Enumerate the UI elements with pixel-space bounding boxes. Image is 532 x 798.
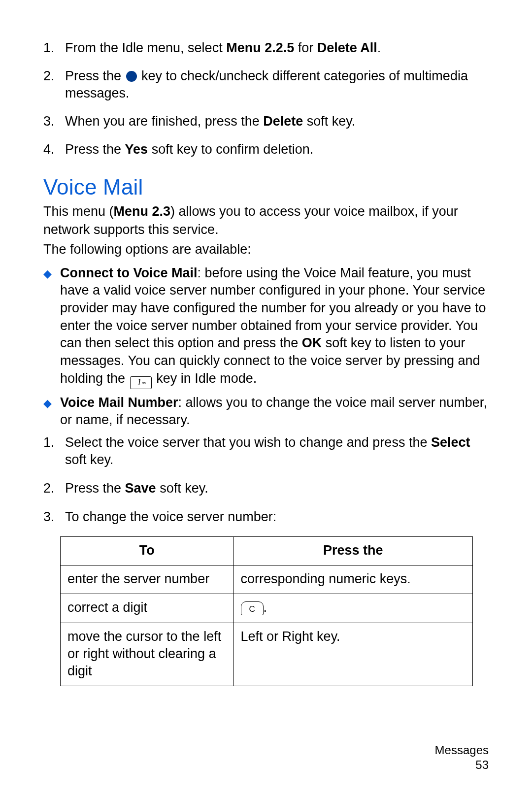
- voice-mail-options: ◆Connect to Voice Mail: before using the…: [43, 265, 489, 429]
- page-footer: Messages 53: [435, 743, 489, 772]
- nav-circle-key-icon: [126, 71, 137, 82]
- delete-all-steps: 1.From the Idle menu, select Menu 2.2.5 …: [43, 39, 489, 158]
- table-row: move the cursor to the left or right wit…: [61, 623, 473, 686]
- voice-mail-heading: Voice Mail: [43, 175, 489, 200]
- voice-mail-intro: This menu (Menu 2.3) allows you to acces…: [43, 202, 489, 238]
- list-item: 3.When you are finished, press the Delet…: [43, 113, 489, 130]
- c-key-icon: C: [241, 601, 264, 615]
- table-header-to: To: [61, 537, 234, 565]
- voice-mail-steps: 1.Select the voice server that you wish …: [43, 434, 489, 526]
- list-item: 2.Press the key to check/uncheck differe…: [43, 67, 489, 102]
- list-item: ◆Connect to Voice Mail: before using the…: [43, 265, 489, 389]
- table-header-press: Press the: [233, 537, 472, 565]
- diamond-bullet-icon: ◆: [43, 266, 55, 389]
- list-item: 1.Select the voice server that you wish …: [43, 434, 489, 469]
- list-item: 1.From the Idle menu, select Menu 2.2.5 …: [43, 39, 489, 57]
- footer-page-number: 53: [435, 758, 489, 772]
- voice-server-change-table: To Press the enter the server numbercorr…: [60, 536, 473, 686]
- list-item: 4.Press the Yes soft key to confirm dele…: [43, 141, 489, 158]
- diamond-bullet-icon: ◆: [43, 396, 55, 429]
- list-item: ◆Voice Mail Number: allows you to change…: [43, 394, 489, 429]
- list-item: 2.Press the Save soft key.: [43, 480, 489, 498]
- table-row: correct a digitC.: [61, 594, 473, 623]
- list-item: 3.To change the voice server number:: [43, 508, 489, 526]
- options-available-text: The following options are available:: [43, 240, 489, 258]
- one-key-icon: 1: [130, 376, 152, 389]
- table-row: enter the server numbercorresponding num…: [61, 565, 473, 594]
- footer-section: Messages: [435, 743, 489, 758]
